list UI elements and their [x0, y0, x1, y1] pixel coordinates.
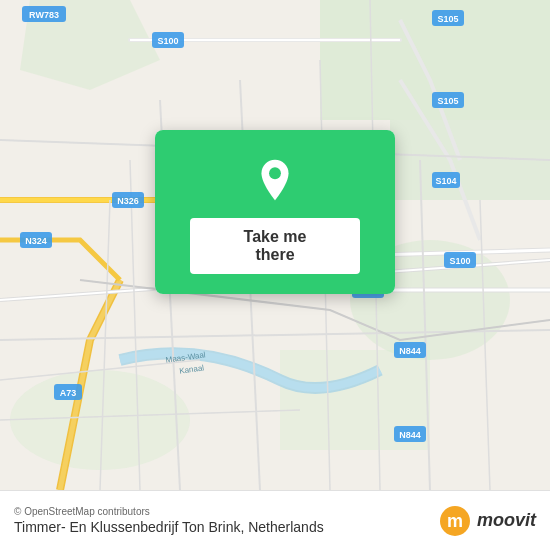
svg-text:N844: N844: [399, 346, 421, 356]
svg-text:RW783: RW783: [29, 10, 59, 20]
moovit-text: moovit: [477, 510, 536, 531]
footer-left: © OpenStreetMap contributors Timmer- En …: [14, 506, 324, 535]
footer: © OpenStreetMap contributors Timmer- En …: [0, 490, 550, 550]
svg-text:m: m: [447, 511, 463, 531]
svg-point-6: [10, 370, 190, 470]
copyright-text: © OpenStreetMap contributors: [14, 506, 324, 517]
svg-text:S100: S100: [157, 36, 178, 46]
svg-text:N844: N844: [399, 430, 421, 440]
svg-text:S104: S104: [435, 176, 456, 186]
svg-text:A73: A73: [60, 388, 77, 398]
svg-text:S100: S100: [449, 256, 470, 266]
popup-green-area: Take me there: [155, 130, 395, 294]
svg-text:S105: S105: [437, 14, 458, 24]
svg-point-35: [269, 167, 281, 179]
take-me-there-button[interactable]: Take me there: [190, 218, 360, 274]
svg-text:N324: N324: [25, 236, 47, 246]
location-popup: Take me there: [155, 130, 395, 294]
svg-text:N326: N326: [117, 196, 139, 206]
location-pin-icon: [253, 158, 297, 202]
location-title: Timmer- En Klussenbedrijf Ton Brink, Net…: [14, 519, 324, 535]
moovit-logo: m moovit: [439, 505, 536, 537]
moovit-icon: m: [439, 505, 471, 537]
map-container: RW783 S100 S105 N326 S105 N324 S104 S100…: [0, 0, 550, 490]
svg-text:S105: S105: [437, 96, 458, 106]
